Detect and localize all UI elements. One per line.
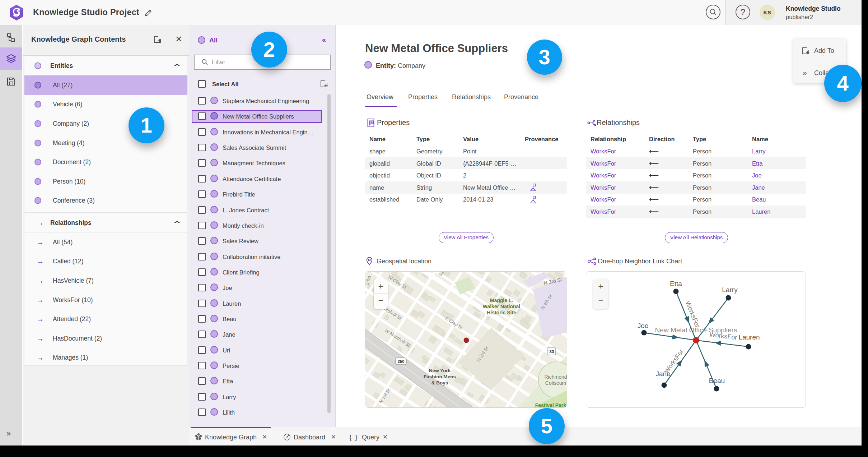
svg-text:250: 250 (397, 359, 404, 364)
svg-text:WorksFor: WorksFor (684, 300, 701, 329)
svg-text:Beau: Beau (709, 377, 725, 384)
svg-text:Jane: Jane (655, 370, 670, 378)
svg-text:Larry: Larry (722, 286, 738, 294)
svg-text:Etta: Etta (670, 280, 682, 287)
svg-text:33: 33 (549, 349, 554, 354)
svg-text:Festival Park: Festival Park (535, 402, 566, 408)
svg-text:New Metal Office Suppliers: New Metal Office Suppliers (655, 326, 737, 334)
svg-text:Lauren: Lauren (738, 333, 760, 341)
svg-text:Joe: Joe (638, 322, 649, 329)
svg-text:RichmondColiseum: RichmondColiseum (544, 374, 567, 386)
